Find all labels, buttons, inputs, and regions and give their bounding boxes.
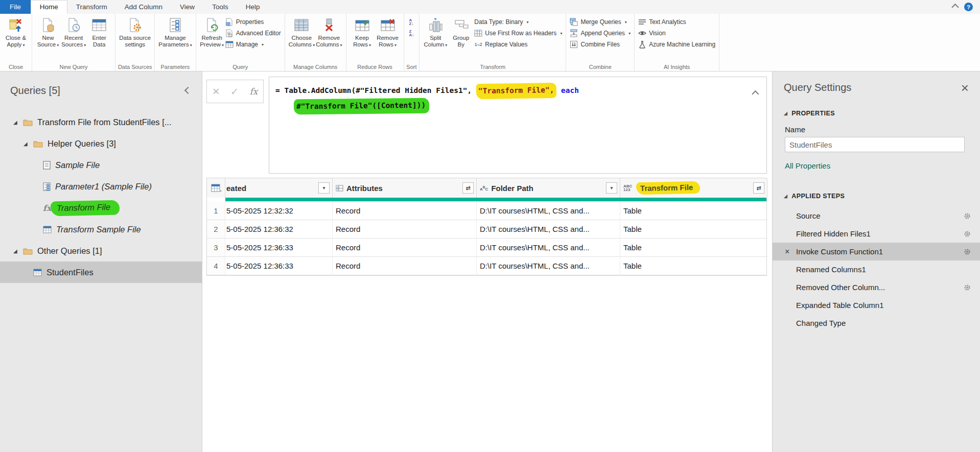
gear-icon[interactable] — [964, 248, 971, 255]
filter-dropdown-icon[interactable]: ▾ — [318, 182, 330, 194]
expanded-triangle-icon[interactable]: ◢ — [13, 120, 19, 125]
step-invoke-custom-function1[interactable]: × Invoke Custom Function1 — [773, 243, 980, 260]
tree-item-transform-file-from-studentfiles[interactable]: ◢ Transform File from StudentFiles [... — [0, 111, 202, 133]
expanded-triangle-icon[interactable]: ◢ — [13, 248, 19, 254]
column-header-folder-path[interactable]: ABC Folder Path ▾ — [477, 178, 620, 198]
tree-item-sample-file[interactable]: Sample File — [0, 154, 202, 176]
cell-date-created[interactable]: 5-05-2025 12:36:33 — [225, 257, 333, 275]
tab-home[interactable]: Home — [31, 0, 67, 14]
cell-transform-file-table-link[interactable]: Table — [620, 257, 767, 275]
column-header-date-created[interactable]: eated ▾ — [225, 178, 333, 198]
all-properties-link[interactable]: All Properties — [773, 152, 980, 170]
remove-columns-button[interactable]: RemoveColumns▾ — [316, 14, 342, 49]
row-number[interactable]: 3 — [207, 239, 225, 257]
cell-attributes-record-link[interactable]: Record — [333, 202, 477, 220]
column-header-attributes[interactable]: Attributes ⇄ — [333, 178, 477, 198]
table-row[interactable]: 1 5-05-2025 12:32:32 Record D:\IT course… — [207, 202, 766, 220]
tab-file[interactable]: File — [0, 0, 31, 14]
tab-add-column[interactable]: Add Column — [116, 0, 171, 14]
formula-bar-input[interactable]: = Table.AddColumn(#"Filtered Hidden File… — [269, 77, 767, 174]
cell-transform-file-table-link[interactable]: Table — [620, 220, 767, 239]
close-apply-button[interactable]: Close &Apply▾ — [4, 14, 28, 49]
column-header-transform-file[interactable]: ABC123 Transform File ⇄ — [620, 178, 767, 198]
tree-item-transform-sample-file[interactable]: Transform Sample File — [0, 219, 202, 240]
row-number[interactable]: 1 — [207, 202, 225, 220]
merge-queries-button[interactable]: Merge Queries▾ — [570, 17, 631, 27]
step-source[interactable]: Source — [773, 207, 980, 225]
tab-view[interactable]: View — [171, 0, 203, 14]
step-changed-type[interactable]: Changed Type — [773, 314, 980, 332]
properties-button[interactable]: Properties — [225, 17, 281, 27]
tab-tools[interactable]: Tools — [203, 0, 237, 14]
row-number[interactable]: 4 — [207, 257, 225, 275]
choose-columns-button[interactable]: ChooseColumns▾ — [289, 14, 315, 49]
tree-item-other-queries[interactable]: ◢ Other Queries [1] — [0, 240, 202, 261]
table-row[interactable]: 3 5-05-2025 12:36:33 Record D:\IT course… — [207, 239, 766, 257]
row-number[interactable]: 2 — [207, 220, 225, 239]
tree-item-helper-queries[interactable]: ◢ Helper Queries [3] — [0, 133, 202, 154]
table-row[interactable]: 4 5-05-2025 12:36:33 Record D:\IT course… — [207, 257, 766, 275]
cell-attributes-record-link[interactable]: Record — [333, 220, 477, 239]
collapse-queries-pane-button[interactable] — [183, 84, 193, 97]
text-analytics-button[interactable]: Text Analytics — [638, 17, 715, 27]
cell-folder-path[interactable]: D:\IT courses\HTML, CSS and... — [477, 220, 620, 239]
tree-item-transform-file[interactable]: fx Transform File — [0, 197, 202, 219]
select-all-cell[interactable] — [207, 178, 225, 198]
step-expanded-table-column1[interactable]: Expanded Table Column1 — [773, 296, 980, 314]
applied-steps-section-header[interactable]: ◢ APPLIED STEPS — [773, 193, 980, 200]
expand-column-icon[interactable]: ⇄ — [753, 182, 764, 194]
cell-folder-path[interactable]: D:\IT courses\HTML, CSS and... — [477, 202, 620, 220]
keep-rows-button[interactable]: KeepRows▾ — [350, 14, 375, 49]
help-icon[interactable]: ? — [964, 3, 973, 11]
tab-transform[interactable]: Transform — [67, 0, 116, 14]
gear-icon[interactable] — [964, 284, 971, 291]
gear-icon[interactable] — [964, 212, 971, 220]
split-column-button[interactable]: SplitColumn▾ — [423, 14, 448, 49]
table-row[interactable]: 2 5-05-2025 12:36:32 Record D:\IT course… — [207, 220, 766, 239]
filter-dropdown-icon[interactable]: ▾ — [606, 182, 617, 194]
refresh-preview-button[interactable]: RefreshPreview▾ — [200, 14, 224, 49]
tab-help[interactable]: Help — [237, 0, 269, 14]
step-removed-other-columns[interactable]: Removed Other Column... — [773, 278, 980, 296]
expanded-triangle-icon[interactable]: ◢ — [24, 141, 29, 147]
recent-sources-button[interactable]: RecentSources▾ — [61, 14, 86, 49]
tree-item-parameter1-sample-file[interactable]: Parameter1 (Sample File) — [0, 176, 202, 197]
combine-files-button[interactable]: Combine Files — [570, 40, 631, 49]
cell-date-created[interactable]: 5-05-2025 12:32:32 — [225, 202, 333, 220]
cell-folder-path[interactable]: D:\IT courses\HTML, CSS and... — [477, 257, 620, 275]
properties-section-header[interactable]: ◢ PROPERTIES — [773, 110, 980, 117]
append-queries-button[interactable]: Append Queries▾ — [570, 29, 631, 38]
query-name-input[interactable] — [785, 137, 965, 152]
close-pane-icon[interactable]: × — [961, 83, 969, 93]
delete-step-icon[interactable]: × — [785, 247, 796, 256]
tree-item-studentfiles[interactable]: StudentFiles — [0, 261, 202, 283]
manage-button[interactable]: Manage▾ — [225, 40, 281, 49]
commit-formula-icon[interactable]: ✓ — [230, 86, 239, 98]
collapse-ribbon-icon[interactable] — [951, 3, 959, 10]
sort-descending-button[interactable]: ZA↓ — [408, 29, 416, 37]
azure-machine-learning-button[interactable]: Azure Machine Learning — [638, 40, 715, 49]
advanced-editor-button[interactable]: Advanced Editor — [225, 29, 281, 38]
gear-icon[interactable] — [964, 230, 971, 237]
remove-rows-button[interactable]: RemoveRows▾ — [376, 14, 400, 49]
cell-attributes-record-link[interactable]: Record — [333, 257, 477, 275]
enter-data-button[interactable]: EnterData — [87, 14, 111, 48]
cell-date-created[interactable]: 5-05-2025 12:36:33 — [225, 239, 333, 257]
sort-ascending-button[interactable]: AZ↓ — [408, 18, 415, 26]
step-filtered-hidden-files1[interactable]: Filtered Hidden Files1 — [773, 225, 980, 243]
cell-transform-file-table-link[interactable]: Table — [620, 202, 767, 220]
step-renamed-columns1[interactable]: Renamed Columns1 — [773, 260, 980, 278]
group-by-button[interactable]: GroupBy — [449, 14, 473, 48]
collapse-formula-bar-button[interactable] — [750, 85, 759, 103]
cell-folder-path[interactable]: D:\IT courses\HTML, CSS and... — [477, 239, 620, 257]
expand-column-icon[interactable]: ⇄ — [462, 182, 474, 194]
cell-attributes-record-link[interactable]: Record — [333, 239, 477, 257]
cell-date-created[interactable]: 5-05-2025 12:36:32 — [225, 220, 333, 239]
cell-transform-file-table-link[interactable]: Table — [620, 239, 767, 257]
cancel-formula-icon[interactable]: × — [213, 85, 220, 98]
new-source-button[interactable]: NewSource▾ — [36, 14, 60, 49]
replace-values-button[interactable]: 1⤷2 Replace Values — [474, 40, 562, 49]
fx-icon[interactable]: fx — [249, 86, 258, 97]
vision-button[interactable]: Vision — [638, 29, 715, 38]
data-source-settings-button[interactable]: Data sourcesettings — [119, 14, 151, 48]
